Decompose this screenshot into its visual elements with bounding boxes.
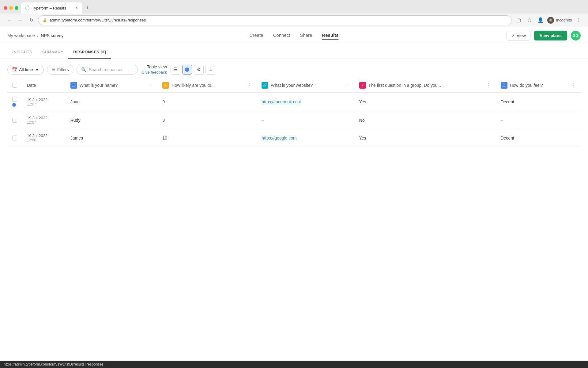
- tab-responses[interactable]: RESPONSES [3]: [68, 46, 111, 59]
- download-button[interactable]: ⇓: [205, 65, 215, 75]
- search-box[interactable]: 🔍 Search responses: [77, 65, 138, 75]
- website-link-0[interactable]: https://facebook.co.il: [262, 99, 301, 104]
- address-bar[interactable]: 🔒 admin.typeform.com/form/sWDtsfDj/resul…: [38, 15, 512, 25]
- settings-button[interactable]: ⚙: [194, 65, 204, 75]
- breadcrumb-separator: /: [37, 33, 38, 38]
- dash-cell: –: [262, 118, 264, 123]
- cell-date-0: 19 Jul 2022 12:07: [22, 93, 66, 111]
- table-row: 19 Jul 2022 12:07 Joan 9 https://faceboo…: [7, 93, 581, 111]
- view-button[interactable]: ↗ View: [507, 31, 530, 40]
- bookmark-icon[interactable]: ☆: [525, 16, 534, 25]
- table-container: Date ☰ What is your name? ⋮ 🙂 How likely…: [0, 78, 588, 147]
- row-checkbox-1[interactable]: [12, 118, 17, 123]
- th-score: 🙂 How likely are you to... ⋮: [157, 78, 257, 93]
- breadcrumb-current: NPS survey: [41, 33, 63, 38]
- nav-results[interactable]: Results: [322, 31, 338, 40]
- toolbar: 📅 All time ▼ ☰ Filters 🔍 Search response…: [0, 59, 588, 78]
- th-group: ✓ The first question in a group. Do you.…: [354, 78, 496, 93]
- more-button[interactable]: ⋮: [575, 16, 583, 25]
- breadcrumb-workspace[interactable]: My workspace: [7, 33, 35, 38]
- main-nav: Create Connect Share Results: [249, 31, 338, 40]
- cast-icon[interactable]: ▢: [514, 16, 523, 25]
- avatar: SG: [571, 31, 581, 40]
- top-nav: My workspace / NPS survey Create Connect…: [0, 27, 588, 44]
- th-feeling: ☰ How do you feel? ⋮: [496, 78, 581, 93]
- tab-bar: Typeform – Results × +: [0, 0, 588, 13]
- cell-score-0: 9: [157, 93, 257, 111]
- cell-name-1: Rudy: [66, 111, 158, 129]
- responses-table: Date ☰ What is your name? ⋮ 🙂 How likely…: [7, 78, 581, 147]
- nav-share[interactable]: Share: [300, 31, 312, 40]
- select-all-checkbox[interactable]: [12, 83, 17, 88]
- col-icon-score: 🙂: [162, 82, 169, 89]
- browser-controls: ← → ↻ 🔒 admin.typeform.com/form/sWDtsfDj…: [0, 13, 588, 27]
- th-date: Date: [22, 78, 66, 93]
- status-url: https://admin.typeform.com/form/sWDtsfDj…: [4, 362, 104, 366]
- cell-feeling-1: –: [496, 111, 581, 129]
- tab-insights[interactable]: INSIGHTS: [7, 46, 37, 59]
- browser-chrome: Typeform – Results × + ← → ↻ 🔒 admin.typ…: [0, 0, 588, 27]
- close-traffic-light[interactable]: [4, 6, 7, 10]
- back-button[interactable]: ←: [5, 16, 13, 25]
- tab-summary[interactable]: SUMMARY: [37, 46, 68, 59]
- row-checkbox-0[interactable]: [12, 97, 17, 102]
- new-tab-button[interactable]: +: [83, 4, 92, 12]
- cell-date-1: 19 Jul 2022 12:07: [22, 111, 66, 129]
- minimize-traffic-light[interactable]: [9, 6, 13, 10]
- time-filter-button[interactable]: 📅 All time ▼: [7, 65, 44, 75]
- top-nav-actions: ↗ View View plans SG: [507, 31, 581, 40]
- nav-create[interactable]: Create: [249, 31, 263, 40]
- external-link-icon: ↗: [511, 33, 515, 38]
- table-row: 19 Jul 2022 12:07 Rudy 3 – No –: [7, 111, 581, 129]
- filters-button[interactable]: ☰ Filters: [47, 65, 74, 75]
- dash-feeling: –: [501, 118, 503, 123]
- toolbar-controls: 📅 All time ▼ ☰ Filters 🔍 Search response…: [7, 65, 138, 75]
- maximize-traffic-light[interactable]: [15, 6, 18, 10]
- th-website: 🔗 What is your website? ⋮: [257, 78, 354, 93]
- filter-icon: ☰: [51, 67, 55, 72]
- cell-group-1: No: [354, 111, 496, 129]
- cell-feeling-2: Decent: [496, 129, 581, 147]
- row-selected-indicator: [12, 103, 16, 107]
- incognito-icon: 🕵: [547, 17, 554, 24]
- traffic-lights: [4, 6, 18, 10]
- col-menu-score[interactable]: ⋮: [247, 82, 252, 88]
- row-checkbox-2[interactable]: [12, 136, 17, 140]
- th-name: ☰ What is your name? ⋮: [66, 78, 158, 93]
- cell-website-0: https://facebook.co.il: [257, 93, 354, 111]
- col-menu-website[interactable]: ⋮: [345, 82, 349, 88]
- col-menu-name[interactable]: ⋮: [148, 82, 153, 88]
- address-text: admin.typeform.com/form/sWDtsfDj/results…: [50, 18, 507, 22]
- browser-actions: ▢ ☆ 👤 🕵 Incognito ⋮: [514, 16, 583, 25]
- cell-score-1: 3: [157, 111, 257, 129]
- cell-group-0: Yes: [354, 93, 496, 111]
- col-menu-feeling[interactable]: ⋮: [571, 82, 576, 88]
- tab-close-button[interactable]: ×: [76, 6, 78, 10]
- profile-icon[interactable]: 👤: [536, 16, 545, 25]
- col-icon-website: 🔗: [262, 82, 268, 89]
- cell-name-2: James: [66, 129, 158, 147]
- active-tab[interactable]: Typeform – Results ×: [21, 2, 82, 13]
- cell-feeling-0: Decent: [496, 93, 581, 111]
- view-controls-row: ☰ ⚙ ⇓: [171, 65, 215, 75]
- app: My workspace / NPS survey Create Connect…: [0, 27, 588, 147]
- view-plans-button[interactable]: View plans: [534, 31, 567, 40]
- col-menu-group[interactable]: ⋮: [486, 82, 491, 88]
- nav-connect[interactable]: Connect: [273, 31, 290, 40]
- table-view-toggle[interactable]: [182, 65, 192, 75]
- incognito-badge: 🕵 Incognito: [547, 17, 572, 24]
- give-feedback-link[interactable]: Give feedback: [141, 70, 167, 75]
- cell-score-2: 10: [157, 129, 257, 147]
- forward-button[interactable]: →: [16, 16, 24, 25]
- table-header-row: Date ☰ What is your name? ⋮ 🙂 How likely…: [7, 78, 581, 93]
- table-view-section: Table view Give feedback: [141, 64, 167, 75]
- cell-checkbox-1: [7, 111, 22, 129]
- th-select-all: [7, 78, 22, 93]
- cell-date-2: 19 Jul 2022 12:06: [22, 129, 66, 147]
- table-view-label: Table view: [147, 64, 167, 69]
- col-icon-name: ☰: [70, 82, 77, 89]
- website-link-2[interactable]: https://google.com: [262, 136, 296, 140]
- col-icon-group: ✓: [359, 82, 366, 89]
- list-view-button[interactable]: ☰: [171, 65, 180, 75]
- reload-button[interactable]: ↻: [27, 16, 36, 25]
